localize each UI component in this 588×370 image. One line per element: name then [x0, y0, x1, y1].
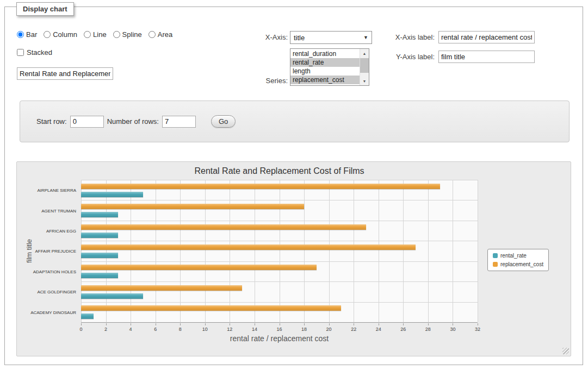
x-tick-label: 20: [326, 327, 332, 332]
chart-plot: AIRPLANE SIERRAAGENT TRUMANAFRICAN EGGAF…: [81, 180, 478, 323]
gridline: [478, 180, 478, 322]
x-tick-mark: [255, 323, 255, 325]
stacked-option[interactable]: Stacked: [17, 48, 52, 57]
gridline: [403, 180, 404, 322]
x-tick-label: 8: [179, 327, 182, 332]
stacked-checkbox[interactable]: [17, 49, 24, 56]
series-label: Series:: [239, 77, 288, 85]
x-axis-label: X-Axis:: [239, 33, 288, 41]
chart-type-radio-label: Bar: [26, 30, 37, 39]
legend-entry-replacement_cost[interactable]: replacement_cost: [493, 261, 543, 267]
row-range-panel: Start row: Number of rows: Go: [20, 101, 570, 142]
series-option-rental_rate[interactable]: rental_rate: [290, 58, 360, 67]
chart-x-axis-title: rental rate / replacement cost: [81, 334, 478, 343]
x-tick-mark: [230, 323, 230, 325]
x-tick-mark: [403, 323, 404, 325]
bar-replacement_cost: [81, 265, 317, 270]
x-tick-mark: [156, 323, 156, 325]
gridline: [106, 180, 107, 322]
x-tick-label: 2: [104, 327, 107, 332]
chart-type-radio-bar[interactable]: [17, 31, 24, 38]
series-scrollbar[interactable]: ▲ ▼: [360, 49, 369, 85]
chart-title-input[interactable]: [17, 67, 113, 80]
chart-type-option-spline[interactable]: Spline: [113, 30, 142, 39]
chart-category-label: AFFAIR PREJUDICE: [35, 249, 76, 254]
gridline: [156, 180, 156, 322]
gridline: [81, 180, 82, 322]
chart-type-radio-group: BarColumnLineSplineArea: [17, 30, 172, 39]
bar-replacement_cost: [81, 244, 416, 250]
bar-replacement_cost: [81, 224, 366, 230]
start-row-input[interactable]: [70, 116, 104, 128]
scroll-up-icon[interactable]: ▲: [360, 49, 369, 58]
x-tick-label: 12: [227, 327, 232, 332]
series-option-rental_duration[interactable]: rental_duration: [290, 49, 360, 58]
chart-type-radio-line[interactable]: [84, 31, 91, 38]
chart-type-radio-spline[interactable]: [113, 31, 120, 38]
stacked-label: Stacked: [27, 48, 52, 57]
x-tick-mark: [180, 323, 181, 325]
bar-replacement_cost: [81, 184, 440, 189]
chart-x-tickmarks: [81, 323, 478, 325]
gridline: [131, 180, 131, 322]
chart-type-option-area[interactable]: Area: [148, 30, 172, 39]
chart-legend: rental_ratereplacement_cost: [487, 249, 549, 271]
bar-rental_rate: [81, 273, 118, 278]
gridline: [428, 180, 429, 322]
legend-swatch-icon: [493, 253, 498, 258]
chart-type-option-bar[interactable]: Bar: [17, 30, 37, 39]
series-options: rental_durationrental_ratelengthreplacem…: [290, 49, 360, 85]
scrollbar-thumb[interactable]: [360, 58, 369, 73]
display-chart-fieldset: Display chart BarColumnLineSplineArea St…: [4, 7, 583, 365]
chart-type-radio-area[interactable]: [148, 31, 156, 38]
legend-entry-rental_rate[interactable]: rental_rate: [493, 253, 543, 259]
x-tick-mark: [354, 323, 354, 325]
gridline: [255, 180, 255, 322]
gridline: [304, 180, 305, 322]
legend-swatch-icon: [493, 262, 498, 267]
chart-category-label: AIRPLANE SIERRA: [37, 188, 76, 193]
x-tick-mark: [81, 323, 82, 325]
x-tick-label: 14: [252, 327, 257, 332]
bar-rental_rate: [81, 192, 143, 197]
gridline: [453, 180, 453, 322]
resize-handle-icon[interactable]: [562, 348, 569, 354]
chart-type-radio-column[interactable]: [44, 31, 51, 38]
x-tick-mark: [478, 323, 478, 325]
gridline: [280, 180, 280, 322]
chart-title: Rental Rate and Replacement Cost of Film…: [81, 166, 478, 176]
x-tick-mark: [379, 323, 379, 325]
chart-type-radio-label: Area: [158, 30, 172, 39]
chart-category-label: ACADEMY DINOSAUR: [30, 310, 76, 315]
series-multiselect[interactable]: rental_durationrental_ratelengthreplacem…: [290, 48, 369, 86]
chart-type-option-line[interactable]: Line: [84, 30, 107, 39]
gridline: [379, 180, 379, 322]
x-tick-mark: [205, 323, 206, 325]
series-option-length[interactable]: length: [290, 67, 360, 76]
x-axis-label-field-label: X-Axis label:: [380, 33, 435, 41]
y-axis-label-input[interactable]: [438, 51, 535, 63]
x-tick-mark: [329, 323, 330, 325]
page: Display chart BarColumnLineSplineArea St…: [0, 0, 588, 370]
x-tick-label: 28: [425, 327, 431, 332]
series-option-replacement_cost[interactable]: replacement_cost: [290, 76, 360, 84]
bar-rental_rate: [81, 313, 94, 319]
bar-rental_rate: [81, 253, 118, 258]
chart-type-option-column[interactable]: Column: [44, 30, 77, 39]
x-axis-label-input[interactable]: [438, 31, 535, 43]
x-tick-label: 10: [202, 327, 208, 332]
go-button[interactable]: Go: [211, 115, 236, 128]
chart-category-label: ACE GOLDFINGER: [37, 290, 76, 294]
scroll-down-icon[interactable]: ▼: [360, 77, 369, 85]
chart-category-label: AFRICAN EGG: [46, 229, 76, 234]
num-rows-input[interactable]: [162, 116, 196, 128]
x-axis-selected-value: title: [294, 34, 305, 42]
x-tick-mark: [280, 323, 280, 325]
x-axis-select[interactable]: title ▼: [290, 31, 372, 44]
x-tick-mark: [106, 323, 107, 325]
bar-replacement_cost: [81, 285, 242, 291]
bar-rental_rate: [81, 233, 118, 238]
chart-type-radio-label: Line: [93, 30, 107, 39]
x-tick-mark: [131, 323, 131, 325]
x-tick-label: 6: [154, 327, 157, 332]
